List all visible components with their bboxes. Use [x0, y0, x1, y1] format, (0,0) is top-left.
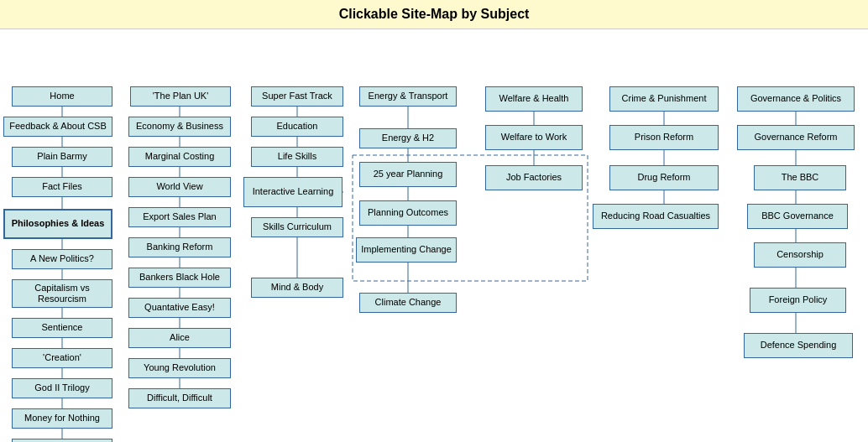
- node-planning-outcomes[interactable]: Planning Outcomes: [359, 200, 457, 226]
- node-implementing[interactable]: Implementing Change: [356, 237, 457, 263]
- node-sentience[interactable]: Sentience: [12, 318, 112, 338]
- node-life-skills[interactable]: Life Skills: [251, 147, 343, 167]
- sitemap-container: HomeFeedback & About CSBPlain BarmyFact …: [0, 29, 868, 440]
- node-education[interactable]: Education: [251, 117, 343, 137]
- node-alice[interactable]: Alice: [128, 328, 231, 348]
- node-export[interactable]: Export Sales Plan: [128, 207, 231, 227]
- node-feedback[interactable]: Feedback & About CSB: [3, 117, 112, 137]
- node-new-politics[interactable]: A New Politics?: [12, 249, 112, 269]
- node-marginal[interactable]: Marginal Costing: [128, 147, 231, 167]
- node-crime[interactable]: Crime & Punishment: [609, 86, 719, 112]
- page-title-bar: Clickable Site-Map by Subject: [0, 0, 868, 29]
- node-planning25[interactable]: 25 year Planning: [359, 162, 457, 187]
- node-world-view[interactable]: World View: [128, 177, 231, 197]
- node-creation[interactable]: 'Creation': [12, 348, 112, 368]
- node-young-rev[interactable]: Young Revolution: [128, 358, 231, 378]
- node-banking[interactable]: Banking Reform: [128, 237, 231, 257]
- node-skills-curr[interactable]: Skills Curriculum: [251, 217, 343, 237]
- node-economy[interactable]: Economy & Business: [128, 117, 231, 137]
- node-defence[interactable]: Defence Spending: [744, 333, 853, 358]
- node-virtual4[interactable]: 'Virtual4': [12, 439, 112, 442]
- node-censorship[interactable]: Censorship: [754, 242, 846, 268]
- node-bbc[interactable]: The BBC: [754, 165, 846, 190]
- node-energy-h2[interactable]: Energy & H2: [359, 128, 457, 148]
- page-title: Clickable Site-Map by Subject: [339, 7, 530, 21]
- node-god-trilogy[interactable]: God II Trilogy: [12, 378, 112, 398]
- node-road[interactable]: Reducing Road Casualties: [593, 204, 719, 229]
- node-welfare-work[interactable]: Welfare to Work: [485, 125, 583, 150]
- node-capitalism[interactable]: Capitalism vs Resourcism: [12, 279, 112, 308]
- node-plain-barmy[interactable]: Plain Barmy: [12, 147, 112, 167]
- node-welfare-health[interactable]: Welfare & Health: [485, 86, 583, 112]
- node-foreign[interactable]: Foreign Policy: [750, 288, 846, 313]
- node-interactive[interactable]: Interactive Learning: [243, 177, 342, 207]
- node-mind-body[interactable]: Mind & Body: [251, 278, 343, 298]
- node-money-nothing[interactable]: Money for Nothing: [12, 408, 112, 429]
- node-governance-reform[interactable]: Governance Reform: [737, 125, 855, 150]
- node-drug[interactable]: Drug Reform: [609, 165, 719, 190]
- node-energy-transport[interactable]: Energy & Transport: [359, 86, 457, 107]
- node-governance-politics[interactable]: Governance & Politics: [737, 86, 855, 112]
- node-climate[interactable]: Climate Change: [359, 293, 457, 313]
- node-super-fast[interactable]: Super Fast Track: [251, 86, 343, 107]
- node-bankers[interactable]: Bankers Black Hole: [128, 268, 231, 288]
- node-home[interactable]: Home: [12, 86, 112, 107]
- node-difficult[interactable]: Difficult, Difficult: [128, 388, 231, 408]
- node-bbc-governance[interactable]: BBC Governance: [747, 204, 848, 229]
- node-job-factories[interactable]: Job Factories: [485, 165, 583, 190]
- node-prison[interactable]: Prison Reform: [609, 125, 719, 150]
- node-quantative[interactable]: Quantative Easy!: [128, 298, 231, 318]
- node-philosophies[interactable]: Philosophies & Ideas: [3, 209, 112, 239]
- node-the-plan[interactable]: 'The Plan UK': [130, 86, 231, 107]
- node-fact-files[interactable]: Fact Files: [12, 177, 112, 197]
